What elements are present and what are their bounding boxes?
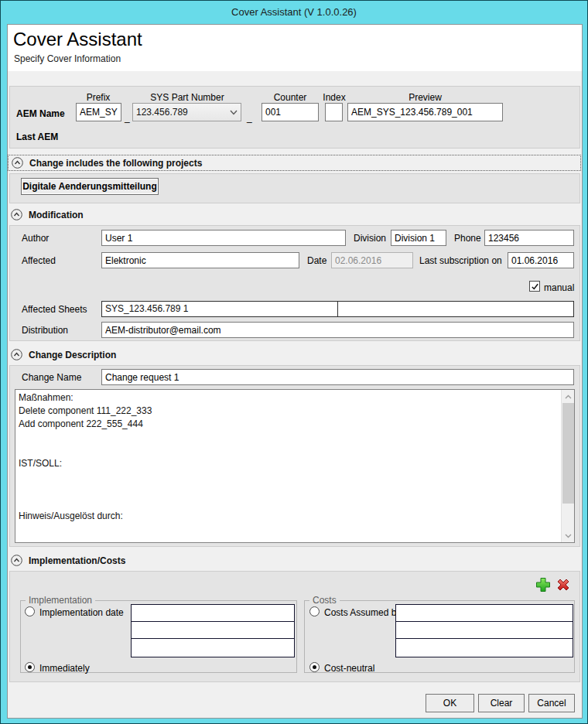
page-subtitle: Specify Cover Information — [14, 53, 121, 64]
prefix-label: Prefix — [75, 92, 121, 103]
implementation-group-label: Implementation — [26, 595, 95, 606]
scroll-down-icon[interactable] — [562, 529, 575, 542]
implementation-date-row[interactable] — [132, 605, 294, 622]
sys-part-number-label: SYS Part Number — [133, 92, 241, 103]
cost-neutral-radio[interactable] — [309, 662, 320, 672]
implementation-date-list[interactable] — [131, 604, 295, 657]
modification-expander-label: Modification — [29, 210, 84, 220]
page-title: Cover Assistant — [13, 29, 142, 50]
affected-sheets-grid[interactable]: SYS_123.456.789 1 — [101, 301, 574, 317]
add-icon[interactable] — [535, 576, 552, 593]
change-name-label: Change Name — [22, 372, 81, 383]
phone-input[interactable] — [484, 230, 574, 246]
immediately-label: Immediately — [39, 663, 90, 674]
author-label: Author — [22, 233, 49, 244]
division-label: Division — [354, 233, 386, 244]
check-icon — [531, 282, 539, 291]
costs-assumed-list[interactable] — [395, 604, 573, 657]
last-aem-label: Last AEM — [16, 131, 58, 142]
implementation-costs-expander-label: Implementation/Costs — [29, 555, 125, 566]
affected-sheets-label: Affected Sheets — [22, 304, 87, 315]
phone-label: Phone — [454, 233, 481, 244]
last-subscription-label: Last subscription on — [419, 255, 502, 266]
collapse-chevron-icon[interactable] — [11, 555, 22, 566]
ok-button[interactable]: OK — [426, 694, 474, 712]
window-title: Cover Assistant (V 1.0.0.26) — [1, 1, 587, 24]
distribution-label: Distribution — [22, 325, 68, 336]
projects-expander-header[interactable]: Change includes the following projects — [8, 155, 581, 171]
change-name-input[interactable] — [101, 369, 574, 385]
separator-2: _ — [247, 112, 252, 123]
cancel-button[interactable]: Cancel — [528, 694, 575, 712]
scroll-up-icon[interactable] — [562, 390, 575, 403]
last-subscription-input[interactable] — [508, 252, 574, 268]
description-text[interactable]: Maßnahmen: Delete component 111_222_333 … — [19, 391, 557, 541]
index-input[interactable] — [325, 103, 343, 121]
clear-button[interactable]: Clear — [478, 694, 525, 712]
manual-checkbox-label: manual — [544, 282, 574, 293]
implementation-date-row[interactable] — [132, 622, 294, 639]
date-label: Date — [307, 255, 326, 266]
costs-group-label: Costs — [309, 595, 340, 606]
counter-input[interactable] — [262, 103, 319, 121]
vertical-scrollbar[interactable] — [561, 390, 574, 542]
counter-label: Counter — [262, 92, 319, 103]
collapse-chevron-icon[interactable] — [12, 157, 23, 169]
digitale-aenderungsmitteilung-button[interactable]: Digitale Aenderungsmitteilung — [21, 178, 159, 195]
affected-sheets-cell-2[interactable] — [338, 302, 573, 316]
collapse-chevron-icon[interactable] — [11, 209, 22, 220]
delete-icon[interactable] — [555, 576, 572, 593]
chevron-down-icon — [230, 110, 238, 115]
scrollbar-thumb[interactable] — [562, 403, 574, 504]
preview-input[interactable] — [347, 103, 503, 121]
projects-expander-label: Change includes the following projects — [29, 158, 202, 169]
change-description-expander-label: Change Description — [29, 350, 116, 360]
implementation-date-radio[interactable] — [25, 606, 35, 616]
costs-assumed-radio[interactable] — [309, 606, 320, 616]
affected-label: Affected — [22, 255, 56, 266]
separator-1: _ — [125, 112, 130, 123]
date-input — [331, 252, 413, 268]
implementation-date-row[interactable] — [132, 639, 294, 656]
aem-name-label: AEM Name — [16, 108, 65, 119]
costs-assumed-label: Costs Assumed by — [324, 607, 401, 618]
sys-part-number-value: 123.456.789 — [136, 107, 230, 118]
description-textarea[interactable]: Maßnahmen: Delete component 111_222_333 … — [15, 389, 575, 543]
implementation-date-label: Implementation date — [39, 607, 124, 618]
implementation-costs-expander-header[interactable]: Implementation/Costs — [8, 552, 581, 569]
cost-neutral-label: Cost-neutral — [324, 663, 374, 674]
affected-sheets-cell-1[interactable]: SYS_123.456.789 1 — [102, 302, 338, 316]
costs-assumed-row[interactable] — [396, 605, 573, 622]
division-input[interactable] — [391, 230, 446, 246]
collapse-chevron-icon[interactable] — [11, 349, 22, 360]
modification-expander-header[interactable]: Modification — [8, 207, 581, 223]
costs-assumed-row[interactable] — [396, 622, 573, 639]
immediately-radio[interactable] — [25, 662, 35, 672]
distribution-input[interactable] — [101, 322, 574, 338]
costs-assumed-row[interactable] — [396, 639, 573, 656]
affected-input[interactable] — [101, 252, 299, 268]
author-input[interactable] — [101, 230, 346, 246]
cover-assistant-window: Cover Assistant (V 1.0.0.26) Cover Assis… — [0, 0, 588, 724]
prefix-input[interactable] — [76, 103, 121, 121]
manual-checkbox[interactable] — [529, 281, 540, 292]
change-description-expander-header[interactable]: Change Description — [8, 347, 581, 363]
preview-label: Preview — [347, 92, 503, 103]
sys-part-number-combobox[interactable]: 123.456.789 — [132, 103, 241, 121]
